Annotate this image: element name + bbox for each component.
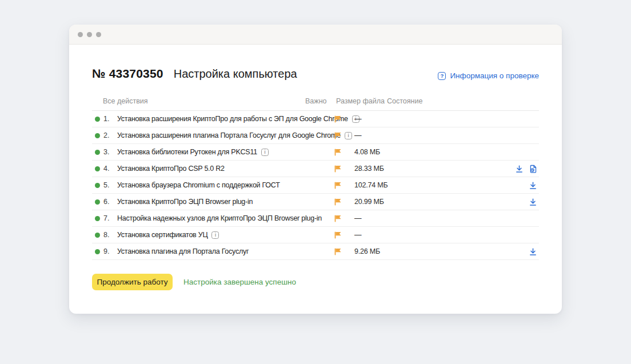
row-title: Установка плагина для Портала Госуслуг — [117, 247, 249, 255]
row-number: 7. — [103, 214, 117, 222]
status-dot-icon — [95, 166, 100, 171]
important-flag-icon — [334, 231, 341, 239]
row-title: Установка сертификатов УЦ — [117, 231, 207, 239]
page-title: Настройка компьютера — [174, 67, 297, 81]
table-row: 4. Установка КриптоПро CSP 5.0 R2 28.33 … — [92, 161, 539, 177]
actions-table: Все действия Важно Размер файла Состояни… — [92, 97, 539, 260]
table-row: 6. Установка КриптоПро ЭЦП Browser plug-… — [92, 194, 539, 210]
check-info-link[interactable]: ? Информация о проверке — [438, 71, 539, 80]
row-number: 8. — [103, 231, 117, 239]
info-icon[interactable]: i — [211, 231, 219, 239]
status-dot-icon — [95, 216, 100, 221]
row-number: 4. — [103, 165, 117, 173]
file-size: — — [354, 115, 401, 123]
row-number: 2. — [103, 131, 117, 139]
file-size: — — [354, 131, 401, 139]
setup-success-status: Настройка завершена успешно — [183, 278, 296, 286]
app-window: № 43370350 Настройка компьютера ? Информ… — [69, 25, 562, 314]
document-number: № 43370350 — [92, 67, 163, 81]
table-row: 7. Настройка надежных узлов для КриптоПр… — [92, 210, 539, 227]
page-header: № 43370350 Настройка компьютера ? Информ… — [92, 67, 539, 81]
footer: Продолжить работу Настройка завершена ус… — [92, 274, 539, 290]
status-dot-icon — [95, 117, 100, 122]
file-size: 102.74 МБ — [354, 181, 401, 189]
column-important: Важно — [305, 97, 336, 105]
status-dot-icon — [95, 249, 100, 254]
file-size: 4.08 МБ — [354, 148, 401, 156]
important-flag-icon — [334, 182, 341, 189]
window-dot-icon — [87, 32, 92, 37]
important-flag-icon — [334, 149, 341, 156]
table-row: 1. Установка расширения КриптоПро для ра… — [92, 111, 539, 127]
table-body: 1. Установка расширения КриптоПро для ра… — [92, 111, 539, 260]
column-file-size: Размер файла — [336, 97, 387, 105]
download-icon[interactable] — [529, 198, 537, 206]
important-flag-icon — [334, 165, 341, 173]
table-row: 5. Установка браузера Chromium с поддерж… — [92, 177, 539, 194]
row-number: 9. — [103, 247, 117, 255]
row-number: 3. — [103, 148, 117, 156]
window-dot-icon — [78, 32, 83, 37]
row-number: 1. — [103, 115, 117, 123]
file-size: 28.33 МБ — [354, 165, 401, 173]
info-icon[interactable]: i — [261, 149, 269, 156]
status-dot-icon — [95, 199, 100, 205]
status-dot-icon — [95, 133, 100, 138]
help-icon: ? — [438, 72, 446, 80]
row-title: Настройка надежных узлов для КриптоПро Э… — [117, 214, 322, 222]
row-title: Установка КриптоПро ЭЦП Browser plug-in — [117, 198, 253, 206]
download-icon[interactable] — [529, 181, 537, 190]
continue-work-button[interactable]: Продолжить работу — [92, 274, 173, 290]
row-number: 5. — [103, 181, 117, 189]
window-titlebar — [69, 25, 562, 45]
file-size: 9.26 МБ — [354, 247, 401, 255]
row-title: Установка библиотеки Рутокен для PKCS11 — [117, 148, 257, 156]
status-dot-icon — [95, 150, 100, 155]
row-title: Установка КриптоПро CSP 5.0 R2 — [117, 165, 225, 173]
download-icon[interactable] — [515, 165, 524, 173]
table-row: 9. Установка плагина для Портала Госуслу… — [92, 243, 539, 260]
download-icon[interactable] — [529, 247, 537, 256]
copy-icon[interactable] — [529, 165, 537, 173]
table-header: Все действия Важно Размер файла Состояни… — [92, 97, 539, 111]
table-row: 8. Установка сертификатов УЦ i — — [92, 227, 539, 243]
check-info-link-label: Информация о проверке — [450, 71, 539, 80]
important-flag-icon — [334, 115, 341, 123]
status-dot-icon — [95, 233, 100, 238]
important-flag-icon — [334, 215, 341, 222]
file-size: — — [354, 214, 401, 222]
table-row: 3. Установка библиотеки Рутокен для PKCS… — [92, 144, 539, 161]
row-title: Установка расширения плагина Портала Гос… — [117, 131, 341, 139]
important-flag-icon — [334, 132, 341, 139]
file-size: — — [354, 231, 401, 239]
table-row: 2. Установка расширения плагина Портала … — [92, 127, 539, 144]
row-title: Установка браузера Chromium с поддержкой… — [117, 181, 280, 189]
file-size: 20.99 МБ — [354, 198, 401, 206]
important-flag-icon — [334, 248, 341, 255]
row-title: Установка расширения КриптоПро для работ… — [117, 115, 348, 123]
column-state: Состояние — [387, 97, 539, 105]
status-dot-icon — [95, 183, 100, 188]
column-all-actions: Все действия — [92, 97, 305, 105]
window-dot-icon — [96, 32, 101, 37]
important-flag-icon — [334, 198, 341, 206]
row-number: 6. — [103, 198, 117, 206]
